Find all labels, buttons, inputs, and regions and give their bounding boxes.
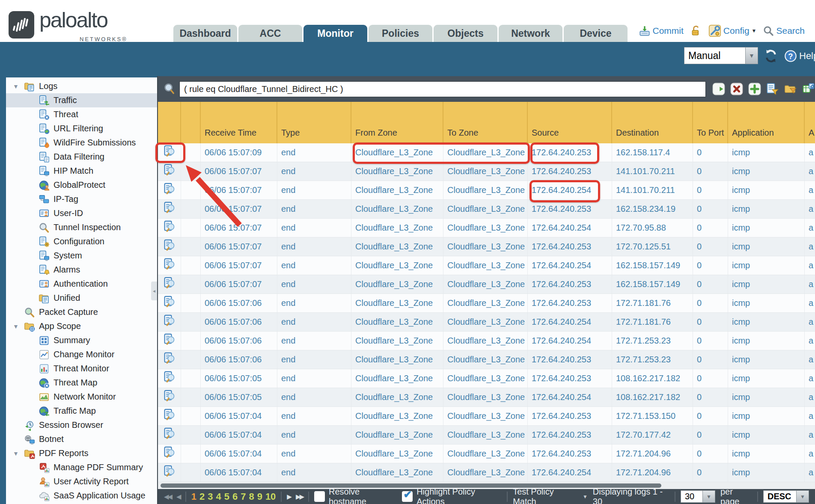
log-cell[interactable]: 0 <box>693 350 728 369</box>
log-cell[interactable]: Cloudflare_L3_Zone <box>351 332 443 350</box>
help-button[interactable]: ? Help <box>784 50 815 62</box>
log-cell[interactable]: 162.158.234.19 <box>612 200 693 218</box>
log-cell[interactable]: a <box>805 256 815 275</box>
lock-icon[interactable] <box>690 25 702 37</box>
log-detail-button[interactable] <box>158 388 181 406</box>
log-detail-button[interactable] <box>158 445 181 463</box>
log-cell[interactable]: 0 <box>693 426 728 444</box>
column-header-type[interactable]: Type <box>277 102 351 143</box>
log-cell[interactable]: 172.70.125.51 <box>612 237 693 256</box>
sidebar-item-configuration[interactable]: Configuration <box>6 234 157 249</box>
log-cell[interactable]: 172.64.240.253 <box>528 143 612 162</box>
log-cell[interactable]: 0 <box>693 237 728 256</box>
sidebar-item-tunnel-inspection[interactable]: Tunnel Inspection <box>6 220 157 234</box>
sidebar-item-ip-tag[interactable]: IP-Tag <box>6 192 157 206</box>
log-cell[interactable]: Cloudflare_L3_Zone <box>351 143 443 162</box>
log-cell[interactable]: Cloudflare_L3_Zone <box>443 332 528 350</box>
log-cell[interactable]: 172.71.204.96 <box>612 463 693 482</box>
log-detail-button[interactable] <box>158 426 181 444</box>
add-filter-icon[interactable] <box>748 83 761 95</box>
log-cell[interactable]: a <box>805 219 815 237</box>
log-cell[interactable]: end <box>277 332 351 350</box>
log-cell[interactable]: Cloudflare_L3_Zone <box>351 256 443 275</box>
log-cell[interactable]: end <box>277 237 351 256</box>
log-cell[interactable]: 06/06 15:07:04 <box>201 407 277 425</box>
log-cell[interactable]: 172.64.240.254 <box>528 332 612 350</box>
log-cell[interactable]: Cloudflare_L3_Zone <box>443 256 528 275</box>
log-cell[interactable]: 172.64.240.254 <box>528 388 612 406</box>
log-cell[interactable]: 0 <box>693 143 728 162</box>
log-detail-button[interactable] <box>158 256 181 275</box>
log-cell[interactable]: a <box>805 237 815 256</box>
log-cell[interactable]: Cloudflare_L3_Zone <box>443 162 528 181</box>
log-cell[interactable]: icmp <box>728 369 805 388</box>
log-cell[interactable]: a <box>805 445 815 463</box>
log-cell[interactable]: Cloudflare_L3_Zone <box>443 143 528 162</box>
log-cell[interactable]: 162.158.157.149 <box>612 275 693 294</box>
log-cell[interactable]: end <box>277 162 351 181</box>
sidebar-collapse-handle[interactable]: ◂ <box>151 282 157 300</box>
log-cell[interactable]: end <box>277 313 351 331</box>
log-cell[interactable]: icmp <box>728 162 805 181</box>
log-cell[interactable]: 172.64.240.254 <box>528 256 612 275</box>
log-cell[interactable]: Cloudflare_L3_Zone <box>443 275 528 294</box>
sidebar-item-threat-monitor[interactable]: Threat Monitor <box>6 362 157 376</box>
log-cell[interactable]: Cloudflare_L3_Zone <box>443 200 528 218</box>
log-detail-button[interactable] <box>158 219 181 237</box>
log-cell[interactable]: end <box>277 200 351 218</box>
log-cell[interactable]: 172.64.240.253 <box>528 237 612 256</box>
column-header-to-zone[interactable]: To Zone <box>443 102 528 143</box>
log-cell[interactable]: Cloudflare_L3_Zone <box>443 426 528 444</box>
log-cell[interactable]: 108.162.217.182 <box>612 369 693 388</box>
log-filter-input[interactable] <box>179 81 706 97</box>
log-cell[interactable]: 172.71.153.150 <box>612 407 693 425</box>
sidebar-item-user-id[interactable]: User-ID <box>6 206 157 220</box>
column-header-source[interactable]: Source <box>528 102 612 143</box>
log-detail-button[interactable] <box>158 200 181 218</box>
log-cell[interactable]: a <box>805 313 815 331</box>
log-cell[interactable]: a <box>805 162 815 181</box>
page-number-2[interactable]: 2 <box>199 491 205 502</box>
log-cell[interactable]: a <box>805 388 815 406</box>
search-button[interactable]: Search <box>763 25 805 36</box>
log-cell[interactable]: 172.64.240.253 <box>528 407 612 425</box>
sidebar-item-pdf-reports[interactable]: ▼PDF Reports <box>6 446 157 460</box>
expand-arrow-icon[interactable]: ▼ <box>13 323 24 330</box>
log-cell[interactable]: 0 <box>693 445 728 463</box>
column-header-blank[interactable] <box>181 102 201 143</box>
log-cell[interactable]: 06/06 15:07:04 <box>201 426 277 444</box>
log-cell[interactable]: 172.71.204.96 <box>612 445 693 463</box>
log-cell[interactable]: Cloudflare_L3_Zone <box>351 407 443 425</box>
tab-policies[interactable]: Policies <box>369 25 432 42</box>
refresh-icon[interactable] <box>764 49 778 63</box>
log-cell[interactable]: Cloudflare_L3_Zone <box>351 350 443 369</box>
log-cell[interactable]: icmp <box>728 294 805 312</box>
log-cell[interactable]: Cloudflare_L3_Zone <box>351 426 443 444</box>
log-cell[interactable]: 0 <box>693 181 728 199</box>
sidebar-item-summary[interactable]: Summary <box>6 333 157 347</box>
sidebar-item-app-scope[interactable]: ▼App Scope <box>6 319 157 333</box>
log-cell[interactable]: 06/06 15:07:07 <box>201 181 277 199</box>
load-filter-icon[interactable] <box>784 83 797 95</box>
log-detail-button[interactable] <box>158 350 181 369</box>
log-cell[interactable]: icmp <box>728 463 805 482</box>
log-cell[interactable]: Cloudflare_L3_Zone <box>443 237 528 256</box>
chevron-down-icon[interactable]: ▼ <box>797 490 809 503</box>
commit-button[interactable]: Commit <box>639 25 684 37</box>
sidebar-item-globalprotect[interactable]: GlobalProtect <box>6 178 157 192</box>
log-cell[interactable]: 0 <box>693 256 728 275</box>
chevron-down-icon[interactable]: ▼ <box>746 47 758 64</box>
log-cell[interactable]: 06/06 15:07:07 <box>201 200 277 218</box>
log-cell[interactable]: Cloudflare_L3_Zone <box>351 181 443 199</box>
sidebar-item-logs[interactable]: ▼Logs <box>6 79 157 93</box>
tab-device[interactable]: Device <box>564 25 628 42</box>
column-header-application[interactable]: Application <box>728 102 805 143</box>
page-number-7[interactable]: 7 <box>241 491 246 502</box>
column-header-blank[interactable] <box>158 102 181 143</box>
log-cell[interactable]: end <box>277 463 351 482</box>
log-cell[interactable]: Cloudflare_L3_Zone <box>351 445 443 463</box>
refresh-mode-select[interactable]: Manual ▼ <box>684 47 758 64</box>
sidebar-item-saas-application-usage[interactable]: SaaS Application Usage <box>6 489 157 503</box>
page-number-5[interactable]: 5 <box>224 491 229 502</box>
log-cell[interactable]: 172.64.240.254 <box>528 463 612 482</box>
